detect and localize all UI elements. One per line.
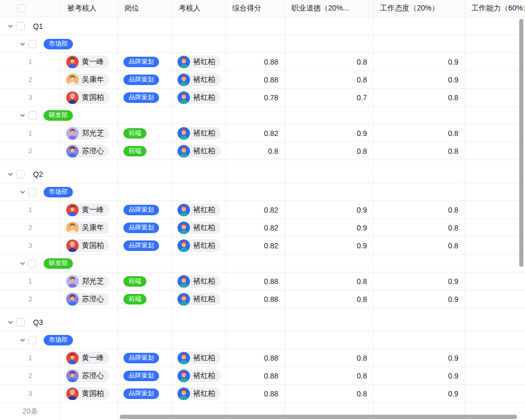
ethics-cell[interactable]: 0.8 bbox=[285, 367, 374, 385]
chevron-down-icon[interactable] bbox=[6, 22, 15, 30]
assessee-cell[interactable]: 郑光芝 bbox=[61, 272, 118, 290]
ethics-cell[interactable]: 0.8 bbox=[285, 290, 374, 308]
position-cell[interactable]: 品牌策划 bbox=[118, 71, 172, 89]
group-checkbox[interactable] bbox=[28, 40, 37, 48]
position-cell[interactable]: 品牌策划 bbox=[118, 349, 172, 367]
ethics-cell[interactable]: 0.8 bbox=[285, 142, 374, 160]
column-header-position[interactable]: 岗位 bbox=[118, 0, 172, 17]
evaluator-cell[interactable]: 褚红柏 bbox=[172, 367, 226, 385]
evaluator-cell[interactable]: 褚红柏 bbox=[172, 201, 226, 219]
chevron-down-icon[interactable] bbox=[18, 336, 27, 344]
ability-cell[interactable] bbox=[465, 385, 525, 403]
assessee-cell[interactable]: 苏澄心 bbox=[61, 290, 118, 308]
position-cell[interactable]: 品牌策划 bbox=[118, 385, 172, 403]
attitude-cell[interactable]: 0.8 bbox=[374, 142, 465, 160]
vertical-scrollbar-thumb[interactable] bbox=[519, 19, 523, 267]
select-all-checkbox[interactable] bbox=[17, 4, 26, 13]
ability-cell[interactable] bbox=[465, 367, 525, 385]
chevron-down-icon[interactable] bbox=[18, 111, 27, 120]
attitude-cell[interactable]: 0.8 bbox=[374, 124, 465, 142]
attitude-cell[interactable]: 0.8 bbox=[374, 219, 465, 237]
overall-score-cell[interactable]: 0.88 bbox=[226, 349, 285, 367]
attitude-cell[interactable]: 0.8 bbox=[374, 201, 465, 219]
attitude-cell[interactable]: 0.8 bbox=[374, 89, 465, 107]
horizontal-scrollbar-thumb[interactable] bbox=[120, 415, 517, 419]
evaluator-cell[interactable]: 褚红柏 bbox=[172, 385, 226, 403]
department-cell[interactable]: 市场部 bbox=[0, 183, 118, 201]
row-index-cell[interactable]: 2 bbox=[0, 219, 61, 237]
row-index-cell[interactable]: 3 bbox=[0, 385, 61, 403]
chevron-down-icon[interactable] bbox=[18, 40, 27, 48]
row-index-cell[interactable]: 3 bbox=[0, 237, 61, 255]
chevron-down-icon[interactable] bbox=[18, 188, 27, 196]
assessee-cell[interactable]: 黄一峰 bbox=[61, 201, 118, 219]
position-cell[interactable]: 品牌策划 bbox=[118, 53, 172, 71]
group-checkbox[interactable] bbox=[28, 259, 37, 268]
evaluator-cell[interactable]: 褚红柏 bbox=[172, 89, 226, 107]
row-index-cell[interactable]: 1 bbox=[0, 201, 61, 219]
assessee-cell[interactable]: 黄国柏 bbox=[61, 89, 118, 107]
row-index-cell[interactable]: 1 bbox=[0, 349, 61, 367]
assessee-cell[interactable]: 黄一峰 bbox=[61, 53, 118, 71]
ability-cell[interactable] bbox=[465, 124, 525, 142]
assessee-cell[interactable]: 苏澄心 bbox=[61, 367, 118, 385]
quarter-cell[interactable]: Q1 bbox=[0, 17, 118, 35]
column-header-ethics[interactable]: 职业道德（20%... bbox=[285, 0, 374, 17]
department-cell[interactable]: 研发部 bbox=[0, 107, 118, 124]
attitude-cell[interactable]: 0.9 bbox=[374, 290, 465, 308]
ethics-cell[interactable]: 0.8 bbox=[285, 272, 374, 290]
attitude-cell[interactable]: 0.9 bbox=[374, 367, 465, 385]
overall-score-cell[interactable]: 0.78 bbox=[226, 89, 285, 107]
ethics-cell[interactable]: 0.7 bbox=[285, 89, 374, 107]
ethics-cell[interactable]: 0.9 bbox=[285, 237, 374, 255]
position-cell[interactable]: 品牌策划 bbox=[118, 367, 172, 385]
row-index-cell[interactable]: 2 bbox=[0, 142, 61, 160]
attitude-cell[interactable]: 0.9 bbox=[374, 71, 465, 89]
group-checkbox[interactable] bbox=[16, 22, 25, 30]
ability-cell[interactable] bbox=[465, 290, 525, 308]
evaluator-cell[interactable]: 褚红柏 bbox=[172, 124, 226, 142]
overall-score-cell[interactable]: 0.82 bbox=[226, 124, 285, 142]
ethics-cell[interactable]: 0.8 bbox=[285, 71, 374, 89]
overall-score-cell[interactable]: 0.82 bbox=[226, 201, 285, 219]
group-checkbox[interactable] bbox=[28, 111, 37, 120]
evaluator-cell[interactable]: 褚红柏 bbox=[172, 290, 226, 308]
position-cell[interactable]: 前端 bbox=[118, 290, 172, 308]
assessee-cell[interactable]: 吴康年 bbox=[61, 219, 118, 237]
chevron-down-icon[interactable] bbox=[6, 170, 15, 178]
overall-score-cell[interactable]: 0.82 bbox=[226, 219, 285, 237]
group-checkbox[interactable] bbox=[16, 170, 25, 178]
assessee-cell[interactable]: 黄国柏 bbox=[61, 237, 118, 255]
column-header-assessee[interactable]: 被考核人 bbox=[61, 0, 118, 17]
column-header-ability[interactable]: 工作能力（60%） bbox=[465, 0, 525, 17]
evaluator-cell[interactable]: 褚红柏 bbox=[172, 142, 226, 160]
attitude-cell[interactable]: 0.8 bbox=[374, 237, 465, 255]
department-cell[interactable]: 市场部 bbox=[0, 35, 118, 53]
position-cell[interactable]: 品牌策划 bbox=[118, 219, 172, 237]
row-index-cell[interactable]: 2 bbox=[0, 290, 61, 308]
assessee-cell[interactable]: 吴康年 bbox=[61, 71, 118, 89]
ethics-cell[interactable]: 0.9 bbox=[285, 219, 374, 237]
evaluator-cell[interactable]: 褚红柏 bbox=[172, 71, 226, 89]
group-checkbox[interactable] bbox=[16, 318, 25, 327]
ability-cell[interactable] bbox=[465, 71, 525, 89]
overall-score-cell[interactable]: 0.88 bbox=[226, 385, 285, 403]
evaluator-cell[interactable]: 褚红柏 bbox=[172, 349, 226, 367]
position-cell[interactable]: 前端 bbox=[118, 124, 172, 142]
ability-cell[interactable] bbox=[465, 237, 525, 255]
attitude-cell[interactable]: 0.9 bbox=[374, 272, 465, 290]
row-index-cell[interactable]: 2 bbox=[0, 367, 61, 385]
ability-cell[interactable] bbox=[465, 219, 525, 237]
column-header-evaluator[interactable]: 考核人 bbox=[172, 0, 226, 17]
quarter-cell[interactable]: Q2 bbox=[0, 165, 118, 183]
chevron-down-icon[interactable] bbox=[18, 259, 27, 268]
ethics-cell[interactable]: 0.9 bbox=[285, 201, 374, 219]
ethics-cell[interactable]: 0.9 bbox=[285, 124, 374, 142]
column-header-overall-score[interactable]: 综合得分 bbox=[226, 0, 285, 17]
evaluator-cell[interactable]: 褚红柏 bbox=[172, 219, 226, 237]
quarter-cell[interactable]: Q3 bbox=[0, 313, 118, 331]
group-checkbox[interactable] bbox=[28, 188, 37, 196]
evaluator-cell[interactable]: 褚红柏 bbox=[172, 53, 226, 71]
assessee-cell[interactable]: 苏澄心 bbox=[61, 142, 118, 160]
attitude-cell[interactable]: 0.9 bbox=[374, 53, 465, 71]
